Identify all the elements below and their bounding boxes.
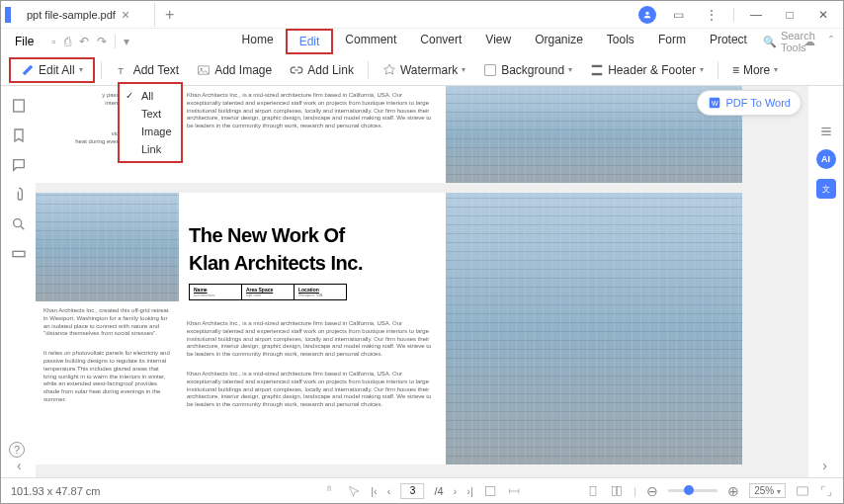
close-button[interactable]: ✕ bbox=[811, 5, 835, 25]
link-icon bbox=[290, 63, 303, 77]
field-icon[interactable] bbox=[11, 246, 27, 262]
prev-arrow-icon[interactable]: ‹ bbox=[17, 458, 22, 473]
redo-icon[interactable]: ↷ bbox=[97, 35, 107, 48]
more-icon: ≡ bbox=[732, 63, 739, 77]
more-button[interactable]: ≡ More▾ bbox=[724, 59, 786, 81]
more-icon[interactable]: ⋮ bbox=[700, 5, 723, 25]
select-tool-icon[interactable] bbox=[347, 484, 361, 498]
dropdown-item-link[interactable]: Link bbox=[120, 140, 181, 158]
tab-edit[interactable]: Edit bbox=[286, 29, 334, 54]
tab-close-icon[interactable]: × bbox=[122, 7, 129, 23]
translate-icon[interactable]: 文 bbox=[816, 179, 836, 199]
watermark-label: Watermark bbox=[400, 63, 458, 77]
pdf-to-word-label: PDF To Word bbox=[725, 97, 791, 109]
minimize-button[interactable]: — bbox=[744, 5, 768, 25]
background-button[interactable]: Background▾ bbox=[475, 59, 580, 81]
header-footer-button[interactable]: Header & Footer▾ bbox=[582, 59, 712, 81]
help-icon[interactable]: ? bbox=[9, 442, 25, 458]
page-text: Khan Architects Inc., is a mid-sized arc… bbox=[179, 365, 446, 415]
add-image-label: Add Image bbox=[214, 63, 272, 77]
add-link-button[interactable]: Add Link bbox=[282, 59, 362, 81]
attachment-icon[interactable] bbox=[11, 187, 27, 203]
zoom-in-icon[interactable]: ⊕ bbox=[727, 483, 739, 499]
settings-icon[interactable] bbox=[818, 124, 834, 139]
tab-tools[interactable]: Tools bbox=[595, 29, 646, 54]
word-icon: W bbox=[708, 96, 721, 110]
text-icon: T bbox=[116, 63, 129, 77]
svg-point-8 bbox=[13, 219, 21, 227]
search-panel-icon[interactable] bbox=[11, 216, 27, 232]
cloud-icon[interactable]: ☁ bbox=[803, 35, 815, 48]
thumbnails-icon[interactable] bbox=[11, 98, 27, 114]
menubar: File ▫ ⎙ ↶ ↷ ▾ Home Edit Comment Convert… bbox=[1, 29, 843, 54]
tab-comment[interactable]: Comment bbox=[333, 29, 408, 54]
print-icon[interactable]: ⎙ bbox=[64, 35, 71, 48]
svg-rect-13 bbox=[590, 486, 596, 495]
dimensions-label: 101.93 x 47.87 cm bbox=[11, 485, 101, 497]
statusbar: 101.93 x 47.87 cm |‹ ‹ /4 › ›| | ⊖ ⊕ 25%… bbox=[1, 477, 843, 503]
fit-width-icon[interactable] bbox=[507, 484, 521, 498]
comment-icon[interactable] bbox=[11, 157, 27, 173]
undo-icon[interactable]: ↶ bbox=[79, 35, 89, 48]
svg-rect-6 bbox=[592, 72, 603, 74]
fit-screen-icon[interactable] bbox=[796, 484, 809, 498]
watermark-button[interactable]: Watermark▾ bbox=[375, 59, 473, 81]
tab-view[interactable]: View bbox=[473, 29, 523, 54]
add-text-label: Add Text bbox=[133, 63, 179, 77]
dropdown-item-image[interactable]: Image bbox=[120, 123, 181, 140]
zoom-value[interactable]: 25% ▾ bbox=[749, 483, 786, 498]
background-icon bbox=[483, 63, 497, 77]
add-image-button[interactable]: Add Image bbox=[189, 59, 280, 81]
view-continuous-icon[interactable] bbox=[610, 484, 624, 498]
fit-page-icon[interactable] bbox=[483, 484, 497, 498]
tab-home[interactable]: Home bbox=[230, 29, 286, 54]
view-single-icon[interactable] bbox=[586, 484, 600, 498]
file-menu[interactable]: File bbox=[9, 35, 40, 48]
hand-tool-icon[interactable] bbox=[323, 484, 337, 498]
next-page-icon[interactable]: › bbox=[454, 485, 458, 497]
first-page-icon[interactable]: |‹ bbox=[371, 485, 378, 497]
save-icon[interactable]: ▫ bbox=[51, 35, 55, 48]
user-avatar-icon[interactable] bbox=[638, 6, 656, 24]
dropdown-item-text[interactable]: Text bbox=[120, 105, 181, 123]
add-text-button[interactable]: T Add Text bbox=[108, 59, 187, 81]
header-footer-label: Header & Footer bbox=[608, 63, 696, 77]
document-tab[interactable]: ppt file-sample.pdf × bbox=[17, 3, 155, 27]
tab-protect[interactable]: Protect bbox=[698, 29, 759, 54]
ai-assistant-icon[interactable]: AI bbox=[816, 149, 836, 169]
left-sidebar bbox=[1, 86, 36, 477]
menu-tabs: Home Edit Comment Convert View Organize … bbox=[230, 29, 759, 54]
bookmark-icon[interactable] bbox=[11, 127, 27, 143]
svg-text:W: W bbox=[712, 100, 718, 107]
tab-form[interactable]: Form bbox=[646, 29, 698, 54]
pdf-to-word-button[interactable]: W PDF To Word bbox=[697, 90, 802, 116]
tab-convert[interactable]: Convert bbox=[408, 29, 473, 54]
page-text: It relies on photovoltaic panels for ele… bbox=[36, 344, 179, 410]
svg-text:T: T bbox=[118, 65, 124, 75]
expand-icon[interactable]: ˆ bbox=[829, 35, 833, 48]
last-page-icon[interactable]: ›| bbox=[466, 485, 473, 497]
new-tab-button[interactable]: + bbox=[155, 6, 184, 24]
tab-organize[interactable]: Organize bbox=[523, 29, 595, 54]
dropdown-item-all[interactable]: All bbox=[120, 87, 181, 105]
next-arrow-icon[interactable]: › bbox=[822, 458, 827, 473]
app-logo bbox=[5, 7, 11, 23]
edit-toolbar: Edit All ▾ T Add Text Add Image Add Link… bbox=[1, 54, 843, 86]
svg-point-3 bbox=[201, 67, 203, 69]
page-total: /4 bbox=[434, 485, 443, 497]
page-input[interactable] bbox=[400, 483, 424, 499]
qat-icon[interactable]: ▾ bbox=[124, 35, 129, 48]
notification-icon[interactable]: ▭ bbox=[666, 5, 690, 25]
edit-all-button[interactable]: Edit All ▾ bbox=[9, 57, 95, 83]
background-label: Background bbox=[501, 63, 564, 77]
titlebar: ppt file-sample.pdf × + ▭ ⋮ — □ ✕ bbox=[1, 1, 843, 29]
zoom-out-icon[interactable]: ⊖ bbox=[646, 483, 658, 499]
maximize-button[interactable]: □ bbox=[778, 5, 802, 25]
svg-rect-9 bbox=[13, 251, 25, 256]
zoom-slider[interactable] bbox=[668, 489, 717, 492]
prev-page-icon[interactable]: ‹ bbox=[387, 485, 391, 497]
page-text: Khan Architects Inc., is a mid-sized arc… bbox=[179, 86, 446, 136]
svg-rect-5 bbox=[592, 64, 603, 66]
add-link-label: Add Link bbox=[307, 63, 354, 77]
fullscreen-icon[interactable] bbox=[819, 484, 833, 498]
